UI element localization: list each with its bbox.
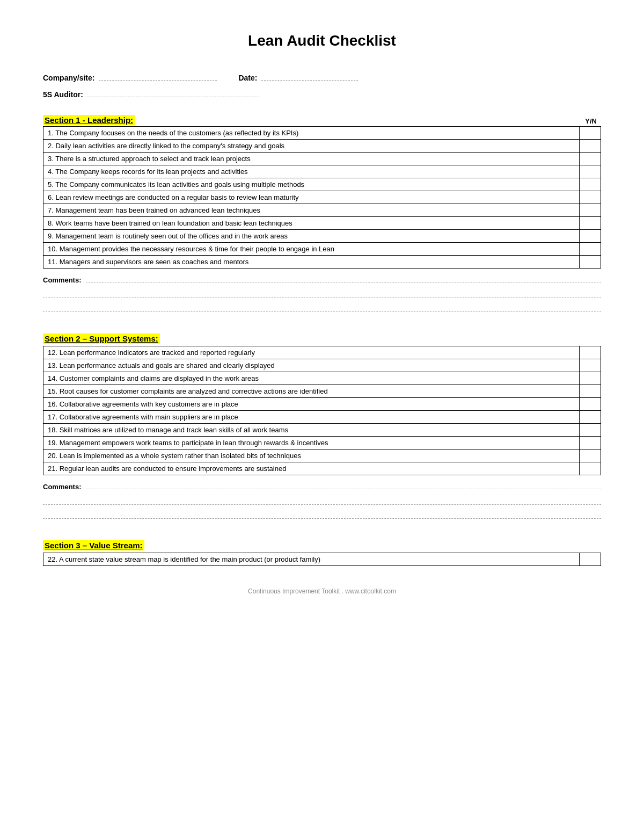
item-text: 10. Management provides the necessary re… bbox=[43, 243, 580, 256]
table-row: 5. The Company communicates its lean act… bbox=[43, 178, 601, 191]
table-row: 19. Management empowers work teams to pa… bbox=[43, 437, 601, 449]
table-row: 2. Daily lean activities are directly li… bbox=[43, 140, 601, 153]
section2-extra-line2 bbox=[43, 510, 601, 519]
table-row: 3. There is a structured approach to sel… bbox=[43, 153, 601, 165]
yn-cell[interactable] bbox=[580, 359, 601, 372]
item-text: 2. Daily lean activities are directly li… bbox=[43, 140, 580, 153]
item-text: 16. Collaborative agreements with key cu… bbox=[43, 398, 580, 411]
table-row: 18. Skill matrices are utilized to manag… bbox=[43, 424, 601, 437]
item-text: 9. Management team is routinely seen out… bbox=[43, 230, 580, 243]
item-text: 14. Customer complaints and claims are d… bbox=[43, 372, 580, 385]
form-fields: Company/site: Date: 5S Auditor: bbox=[43, 71, 601, 99]
item-text: 1. The Company focuses on the needs of t… bbox=[43, 127, 580, 140]
table-row: 15. Root causes for customer complaints … bbox=[43, 385, 601, 398]
table-row: 8. Work teams have been trained on lean … bbox=[43, 217, 601, 230]
yn-cell[interactable] bbox=[580, 553, 601, 566]
yn-cell[interactable] bbox=[580, 178, 601, 191]
date-label: Date: bbox=[238, 74, 257, 82]
item-text: 12. Lean performance indicators are trac… bbox=[43, 346, 580, 359]
section2: Section 2 – Support Systems: 12. Lean pe… bbox=[43, 333, 601, 519]
company-label: Company/site: bbox=[43, 74, 94, 82]
item-text: 5. The Company communicates its lean act… bbox=[43, 178, 580, 191]
item-text: 7. Management team has been trained on a… bbox=[43, 204, 580, 217]
page-title: Lean Audit Checklist bbox=[43, 32, 601, 49]
item-text: 18. Skill matrices are utilized to manag… bbox=[43, 424, 580, 437]
table-row: 1. The Company focuses on the needs of t… bbox=[43, 127, 601, 140]
yn-cell[interactable] bbox=[580, 165, 601, 178]
section2-comments-line[interactable] bbox=[86, 481, 601, 489]
date-input[interactable] bbox=[261, 71, 358, 81]
footer: Continuous Improvement Toolkit . www.cit… bbox=[43, 588, 601, 595]
item-text: 21. Regular lean audits are conducted to… bbox=[43, 462, 580, 475]
item-text: 19. Management empowers work teams to pa… bbox=[43, 437, 580, 449]
table-row: 13. Lean performance actuals and goals a… bbox=[43, 359, 601, 372]
table-row: 22. A current state value stream map is … bbox=[43, 553, 601, 566]
table-row: 7. Management team has been trained on a… bbox=[43, 204, 601, 217]
section1-comments-label: Comments: bbox=[43, 276, 82, 284]
yn-cell[interactable] bbox=[580, 346, 601, 359]
yn-cell[interactable] bbox=[580, 256, 601, 269]
section1-yn: Y/N bbox=[585, 117, 601, 125]
auditor-input[interactable] bbox=[87, 88, 259, 97]
item-text: 20. Lean is implemented as a whole syste… bbox=[43, 449, 580, 462]
yn-cell[interactable] bbox=[580, 411, 601, 424]
section2-table: 12. Lean performance indicators are trac… bbox=[43, 346, 601, 475]
yn-cell[interactable] bbox=[580, 385, 601, 398]
section3-title: Section 3 – Value Stream: bbox=[43, 540, 144, 550]
item-text: 22. A current state value stream map is … bbox=[43, 553, 580, 566]
item-text: 17. Collaborative agreements with main s… bbox=[43, 411, 580, 424]
yn-cell[interactable] bbox=[580, 462, 601, 475]
yn-cell[interactable] bbox=[580, 217, 601, 230]
section2-extra-line1 bbox=[43, 496, 601, 505]
yn-cell[interactable] bbox=[580, 437, 601, 449]
section2-title: Section 2 – Support Systems: bbox=[43, 333, 160, 344]
section1-title: Section 1 - Leadership: bbox=[43, 115, 135, 125]
yn-cell[interactable] bbox=[580, 424, 601, 437]
yn-cell[interactable] bbox=[580, 243, 601, 256]
auditor-label: 5S Auditor: bbox=[43, 90, 83, 99]
yn-cell[interactable] bbox=[580, 140, 601, 153]
item-text: 11. Managers and supervisors are seen as… bbox=[43, 256, 580, 269]
section1-extra-line1 bbox=[43, 289, 601, 298]
section1-table: 1. The Company focuses on the needs of t… bbox=[43, 126, 601, 269]
table-row: 12. Lean performance indicators are trac… bbox=[43, 346, 601, 359]
item-text: 6. Lean review meetings are conducted on… bbox=[43, 191, 580, 204]
item-text: 8. Work teams have been trained on lean … bbox=[43, 217, 580, 230]
table-row: 4. The Company keeps records for its lea… bbox=[43, 165, 601, 178]
table-row: 6. Lean review meetings are conducted on… bbox=[43, 191, 601, 204]
table-row: 16. Collaborative agreements with key cu… bbox=[43, 398, 601, 411]
table-row: 21. Regular lean audits are conducted to… bbox=[43, 462, 601, 475]
section2-comments-label: Comments: bbox=[43, 483, 82, 491]
yn-cell[interactable] bbox=[580, 372, 601, 385]
table-row: 10. Management provides the necessary re… bbox=[43, 243, 601, 256]
yn-cell[interactable] bbox=[580, 153, 601, 165]
table-row: 9. Management team is routinely seen out… bbox=[43, 230, 601, 243]
yn-cell[interactable] bbox=[580, 127, 601, 140]
item-text: 15. Root causes for customer complaints … bbox=[43, 385, 580, 398]
item-text: 4. The Company keeps records for its lea… bbox=[43, 165, 580, 178]
section1-extra-line2 bbox=[43, 303, 601, 312]
section1: Section 1 - Leadership: Y/N 1. The Compa… bbox=[43, 115, 601, 312]
section3-table: 22. A current state value stream map is … bbox=[43, 553, 601, 566]
item-text: 13. Lean performance actuals and goals a… bbox=[43, 359, 580, 372]
section1-comments-line[interactable] bbox=[86, 274, 601, 282]
yn-cell[interactable] bbox=[580, 191, 601, 204]
table-row: 20. Lean is implemented as a whole syste… bbox=[43, 449, 601, 462]
item-text: 3. There is a structured approach to sel… bbox=[43, 153, 580, 165]
company-input[interactable] bbox=[99, 71, 217, 81]
yn-cell[interactable] bbox=[580, 449, 601, 462]
section3: Section 3 – Value Stream: 22. A current … bbox=[43, 540, 601, 566]
table-row: 11. Managers and supervisors are seen as… bbox=[43, 256, 601, 269]
yn-cell[interactable] bbox=[580, 230, 601, 243]
yn-cell[interactable] bbox=[580, 398, 601, 411]
table-row: 17. Collaborative agreements with main s… bbox=[43, 411, 601, 424]
table-row: 14. Customer complaints and claims are d… bbox=[43, 372, 601, 385]
yn-cell[interactable] bbox=[580, 204, 601, 217]
